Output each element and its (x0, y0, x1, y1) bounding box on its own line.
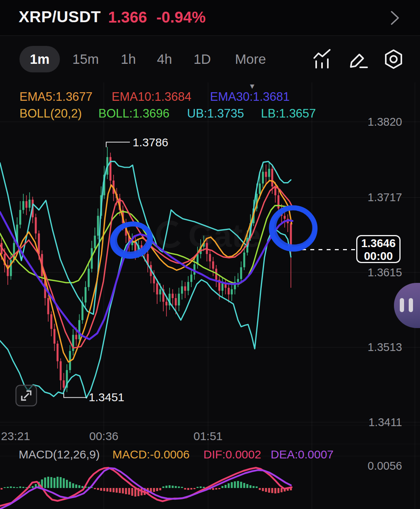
candle-body (166, 302, 168, 305)
indicator-line (0, 186, 292, 348)
candle-body (47, 298, 49, 314)
candle-body (231, 289, 233, 294)
macd-histogram-bar (66, 480, 68, 488)
candle-body (262, 172, 264, 183)
macd-histogram-bar (44, 477, 46, 488)
candle-body (228, 288, 230, 295)
tab-15m[interactable]: 15m (70, 46, 101, 72)
chart-settings-icon[interactable] (383, 48, 404, 70)
time-axis-label: 23:21 (1, 430, 30, 443)
macd-histogram-bar (7, 487, 9, 488)
macd-histogram-bar (47, 477, 49, 488)
candle-body (184, 286, 186, 291)
tab-1d[interactable]: 1D (191, 46, 214, 72)
chevron-right-icon[interactable] (389, 9, 401, 26)
macd-histogram-bar (200, 486, 202, 488)
candle-body (35, 217, 37, 233)
macd-histogram-bar (163, 486, 164, 488)
macd-histogram-bar (135, 488, 136, 497)
macd-label: DIF:0.0002 (203, 448, 261, 461)
macd-histogram-bar (32, 486, 34, 488)
macd-histogram-bar (166, 486, 168, 488)
macd-histogram-bar (191, 488, 192, 490)
macd-scale-label: 0.0056 (368, 460, 402, 472)
last-price: 1.366 (108, 9, 147, 26)
tab-4h[interactable]: 4h (154, 46, 175, 72)
macd-histogram-bar (234, 481, 236, 488)
macd-histogram-bar (153, 488, 155, 492)
low-marker-line (64, 393, 87, 397)
macd-histogram-bar (250, 485, 252, 488)
macd-histogram-bar (79, 485, 80, 488)
macd-histogram-bar (10, 486, 12, 488)
candle-body (97, 216, 99, 236)
indicator-label: EMA10:1.3684 (112, 90, 191, 104)
macd-histogram-bar (75, 484, 77, 488)
expand-chart-icon[interactable] (16, 385, 37, 406)
candle-body (159, 289, 161, 294)
last-price-time: 00:00 (357, 250, 399, 263)
macd-histogram-bar (131, 488, 133, 496)
tab-1m[interactable]: 1m (19, 46, 60, 72)
candle-body (57, 344, 59, 361)
candle-body (175, 298, 177, 305)
low-marker-label: 1.3451 (89, 391, 124, 404)
macd-histogram-bar (107, 488, 108, 491)
macd-histogram-bar (159, 488, 161, 490)
indicator-label: EMA30:1.3681 (210, 90, 290, 104)
indicator-label: BOLL(20,2) (19, 107, 82, 121)
header-divider (0, 35, 420, 36)
macd-histogram-bar (13, 487, 15, 488)
candle-body (237, 279, 239, 282)
macd-histogram-bar (240, 482, 242, 488)
candle-body (194, 264, 196, 274)
macd-histogram-bar (4, 487, 6, 488)
tab-more[interactable]: More▼ (231, 46, 270, 72)
macd-histogram-bar (197, 487, 199, 488)
candle-body (187, 282, 189, 291)
candle-body (63, 380, 65, 388)
handle-bar-icon (400, 298, 404, 312)
high-marker-line (106, 142, 130, 147)
indicator-label: LB:1.3657 (261, 107, 316, 121)
candle-body (60, 361, 62, 380)
macd-histogram-bar (253, 486, 255, 488)
macd-histogram-bar (175, 486, 177, 488)
candle-body (181, 286, 183, 294)
candle-body (259, 184, 261, 194)
macd-histogram-bar (181, 487, 183, 488)
draw-pencil-icon[interactable] (347, 48, 369, 70)
time-axis-label: 00:36 (89, 430, 118, 443)
candle-body (51, 314, 52, 329)
macd-histogram-bar (97, 488, 99, 490)
indicator-label: EMA5:1.3677 (19, 90, 93, 104)
macd-histogram-bar (271, 488, 273, 493)
macd-histogram-bar (23, 487, 24, 488)
macd-histogram-bar (194, 488, 196, 489)
candle-body (156, 283, 158, 294)
indicator-label: UB:1.3735 (187, 107, 244, 121)
hand-drawn-circle-annotation (274, 207, 315, 247)
macd-histogram-bar (215, 488, 217, 490)
price-axis-label: 1.3513 (368, 341, 402, 354)
macd-histogram-bar (63, 478, 65, 488)
macd-histogram-bar (187, 488, 189, 490)
tab-1h[interactable]: 1h (117, 46, 139, 72)
candle-body (178, 294, 180, 305)
candle-body (240, 267, 242, 279)
macd-histogram-bar (156, 488, 158, 491)
macd-label: MACD:-0.0006 (112, 448, 189, 461)
indicator-chart-icon[interactable] (312, 48, 334, 70)
macd-histogram-bar (278, 488, 280, 493)
trading-app-screen: Gate 1.37861.3451 XRP/USDT 1.366 -0.94% … (0, 0, 420, 509)
macd-histogram-bar (247, 484, 248, 488)
macd-histogram-bar (212, 488, 214, 490)
macd-label: MACD(12,26,9) (19, 448, 100, 461)
macd-histogram-bar (69, 482, 71, 488)
price-axis-label: 1.3411 (368, 416, 402, 429)
macd-histogram-bar (60, 477, 62, 488)
candle-body (85, 287, 87, 303)
candle-body (79, 320, 80, 339)
candle-body (19, 210, 21, 225)
macd-histogram-bar (237, 481, 239, 488)
